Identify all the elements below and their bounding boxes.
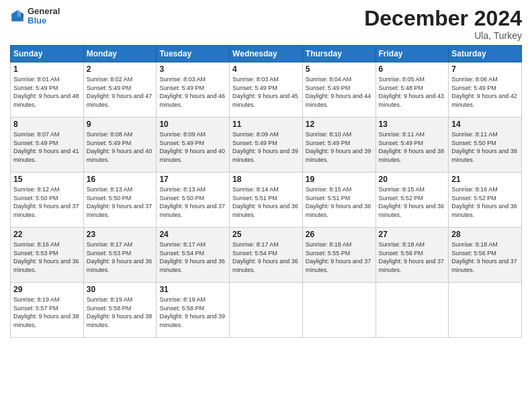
col-friday: Friday [375, 46, 449, 62]
day-number: 11 [232, 120, 300, 129]
day-number: 9 [87, 120, 154, 129]
table-row: 7 Sunrise: 8:06 AMSunset: 5:49 PMDayligh… [449, 62, 522, 118]
day-info: Sunrise: 8:04 AMSunset: 5:49 PMDaylight:… [306, 76, 371, 108]
day-info: Sunrise: 8:17 AMSunset: 5:54 PMDaylight:… [159, 241, 225, 273]
table-row: 20 Sunrise: 8:15 AMSunset: 5:52 PMDaylig… [375, 173, 449, 228]
day-number: 12 [306, 120, 373, 129]
calendar-week-row: 1 Sunrise: 8:01 AMSunset: 5:49 PMDayligh… [11, 62, 522, 118]
day-info: Sunrise: 8:12 AMSunset: 5:50 PMDaylight:… [13, 186, 79, 218]
day-number: 28 [451, 230, 519, 239]
day-number: 10 [159, 120, 226, 129]
day-number: 24 [159, 230, 226, 239]
day-number: 8 [13, 120, 81, 129]
day-number: 16 [87, 175, 154, 184]
day-number: 6 [379, 64, 446, 74]
title-block: December 2024 Ula, Turkey [364, 7, 522, 41]
table-row: 4 Sunrise: 8:03 AMSunset: 5:49 PMDayligh… [230, 62, 303, 118]
day-info: Sunrise: 8:16 AMSunset: 5:52 PMDaylight:… [451, 186, 517, 218]
day-number: 7 [451, 64, 519, 74]
day-number: 27 [379, 230, 446, 239]
day-info: Sunrise: 8:06 AMSunset: 5:49 PMDaylight:… [451, 76, 517, 108]
table-row [449, 283, 522, 338]
day-number: 30 [87, 285, 154, 294]
day-info: Sunrise: 8:14 AMSunset: 5:51 PMDaylight:… [232, 186, 298, 218]
table-row [230, 283, 303, 338]
day-number: 1 [13, 64, 81, 74]
table-row: 18 Sunrise: 8:14 AMSunset: 5:51 PMDaylig… [230, 173, 303, 228]
logo-general-text: General [28, 7, 60, 16]
day-info: Sunrise: 8:02 AMSunset: 5:49 PMDaylight:… [87, 76, 152, 108]
month-title: December 2024 [364, 7, 522, 30]
col-saturday: Saturday [449, 46, 522, 62]
table-row: 26 Sunrise: 8:18 AMSunset: 5:55 PMDaylig… [302, 228, 375, 283]
day-number: 29 [13, 285, 81, 294]
table-row: 30 Sunrise: 8:19 AMSunset: 5:58 PMDaylig… [83, 283, 157, 338]
table-row [375, 283, 449, 338]
calendar-week-row: 8 Sunrise: 8:07 AMSunset: 5:49 PMDayligh… [11, 118, 522, 173]
table-row: 29 Sunrise: 8:19 AMSunset: 5:57 PMDaylig… [11, 283, 84, 338]
day-number: 17 [159, 175, 226, 184]
day-info: Sunrise: 8:08 AMSunset: 5:49 PMDaylight:… [87, 131, 152, 163]
day-number: 22 [13, 230, 81, 239]
col-monday: Monday [83, 46, 157, 62]
logo-blue-text: Blue [28, 16, 60, 26]
table-row: 22 Sunrise: 8:16 AMSunset: 5:53 PMDaylig… [11, 228, 84, 283]
day-number: 20 [379, 175, 446, 184]
day-info: Sunrise: 8:19 AMSunset: 5:57 PMDaylight:… [13, 296, 79, 328]
day-number: 26 [306, 230, 373, 239]
logo-text: General Blue [28, 7, 60, 26]
table-row: 16 Sunrise: 8:13 AMSunset: 5:50 PMDaylig… [83, 173, 157, 228]
day-number: 5 [306, 64, 373, 74]
table-row [302, 283, 375, 338]
day-info: Sunrise: 8:11 AMSunset: 5:50 PMDaylight:… [451, 131, 517, 163]
location-subtitle: Ula, Turkey [364, 30, 522, 41]
table-row: 24 Sunrise: 8:17 AMSunset: 5:54 PMDaylig… [157, 228, 230, 283]
day-number: 18 [232, 175, 300, 184]
calendar-week-row: 15 Sunrise: 8:12 AMSunset: 5:50 PMDaylig… [11, 173, 522, 228]
day-info: Sunrise: 8:09 AMSunset: 5:49 PMDaylight:… [232, 131, 298, 163]
table-row: 25 Sunrise: 8:17 AMSunset: 5:54 PMDaylig… [230, 228, 303, 283]
table-row: 12 Sunrise: 8:10 AMSunset: 5:49 PMDaylig… [302, 118, 375, 173]
table-row: 6 Sunrise: 8:05 AMSunset: 5:48 PMDayligh… [375, 62, 449, 118]
day-info: Sunrise: 8:09 AMSunset: 5:49 PMDaylight:… [159, 131, 225, 163]
day-info: Sunrise: 8:11 AMSunset: 5:49 PMDaylight:… [379, 131, 445, 163]
table-row: 19 Sunrise: 8:15 AMSunset: 5:51 PMDaylig… [302, 173, 375, 228]
day-number: 4 [232, 64, 300, 74]
calendar-header-row: Sunday Monday Tuesday Wednesday Thursday… [11, 46, 522, 62]
day-number: 25 [232, 230, 300, 239]
day-info: Sunrise: 8:13 AMSunset: 5:50 PMDaylight:… [87, 186, 152, 218]
table-row: 5 Sunrise: 8:04 AMSunset: 5:49 PMDayligh… [302, 62, 375, 118]
table-row: 27 Sunrise: 8:18 AMSunset: 5:56 PMDaylig… [375, 228, 449, 283]
day-info: Sunrise: 8:17 AMSunset: 5:53 PMDaylight:… [87, 241, 152, 273]
table-row: 17 Sunrise: 8:13 AMSunset: 5:50 PMDaylig… [157, 173, 230, 228]
table-row: 31 Sunrise: 8:19 AMSunset: 5:58 PMDaylig… [157, 283, 230, 338]
day-info: Sunrise: 8:18 AMSunset: 5:56 PMDaylight:… [379, 241, 445, 273]
table-row: 14 Sunrise: 8:11 AMSunset: 5:50 PMDaylig… [449, 118, 522, 173]
day-info: Sunrise: 8:03 AMSunset: 5:49 PMDaylight:… [159, 76, 225, 108]
day-number: 2 [87, 64, 154, 74]
logo: General Blue [10, 7, 60, 26]
day-number: 23 [87, 230, 154, 239]
day-info: Sunrise: 8:10 AMSunset: 5:49 PMDaylight:… [306, 131, 371, 163]
day-info: Sunrise: 8:19 AMSunset: 5:58 PMDaylight:… [87, 296, 152, 328]
logo-icon [10, 9, 25, 24]
day-info: Sunrise: 8:05 AMSunset: 5:48 PMDaylight:… [379, 76, 445, 108]
table-row: 13 Sunrise: 8:11 AMSunset: 5:49 PMDaylig… [375, 118, 449, 173]
day-info: Sunrise: 8:03 AMSunset: 5:49 PMDaylight:… [232, 76, 298, 108]
table-row: 1 Sunrise: 8:01 AMSunset: 5:49 PMDayligh… [11, 62, 84, 118]
calendar-week-row: 22 Sunrise: 8:16 AMSunset: 5:53 PMDaylig… [11, 228, 522, 283]
calendar-table: Sunday Monday Tuesday Wednesday Thursday… [10, 45, 522, 338]
table-row: 21 Sunrise: 8:16 AMSunset: 5:52 PMDaylig… [449, 173, 522, 228]
header: General Blue December 2024 Ula, Turkey [10, 7, 522, 41]
day-info: Sunrise: 8:18 AMSunset: 5:55 PMDaylight:… [306, 241, 371, 273]
day-info: Sunrise: 8:18 AMSunset: 5:56 PMDaylight:… [451, 241, 517, 273]
table-row: 3 Sunrise: 8:03 AMSunset: 5:49 PMDayligh… [157, 62, 230, 118]
day-info: Sunrise: 8:16 AMSunset: 5:53 PMDaylight:… [13, 241, 79, 273]
day-info: Sunrise: 8:01 AMSunset: 5:49 PMDaylight:… [13, 76, 79, 108]
table-row: 28 Sunrise: 8:18 AMSunset: 5:56 PMDaylig… [449, 228, 522, 283]
table-row: 10 Sunrise: 8:09 AMSunset: 5:49 PMDaylig… [157, 118, 230, 173]
day-number: 3 [159, 64, 226, 74]
page: General Blue December 2024 Ula, Turkey S… [0, 0, 532, 411]
day-info: Sunrise: 8:15 AMSunset: 5:52 PMDaylight:… [379, 186, 445, 218]
day-number: 14 [451, 120, 519, 129]
